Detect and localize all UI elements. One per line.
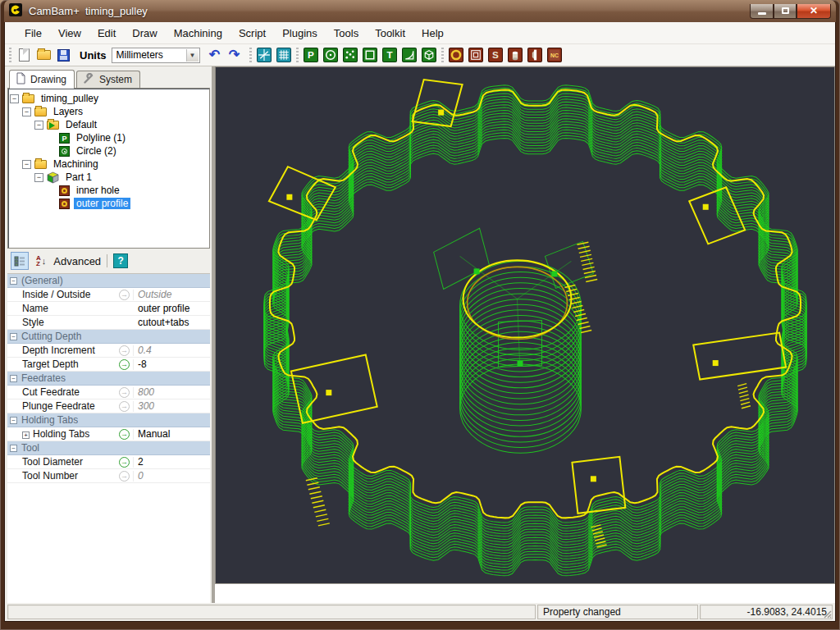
polyline-tool-icon[interactable]: P — [302, 46, 320, 64]
axis-icon[interactable] — [255, 46, 273, 64]
grid-icon[interactable] — [275, 46, 293, 64]
tree-collapse-icon[interactable]: − — [34, 121, 43, 130]
grid-row-depth-increment[interactable]: Depth Increment→0.4 — [7, 344, 210, 358]
tree-node-outer-profile[interactable]: outer profile — [10, 197, 208, 210]
value-set-icon[interactable]: → — [119, 359, 130, 370]
arc-tool-icon[interactable] — [400, 46, 418, 64]
maximize-button[interactable] — [774, 4, 797, 19]
menu-machining[interactable]: Machining — [166, 24, 231, 43]
tree-node-timing-pulley[interactable]: −timing_pulley — [10, 92, 208, 105]
surface-tool-icon[interactable] — [420, 46, 438, 64]
tree-node-inner-hole[interactable]: inner hole — [10, 184, 208, 197]
undo-icon[interactable]: ↶ — [206, 46, 224, 64]
property-value[interactable]: Manual — [134, 428, 210, 440]
toolbar-grip[interactable] — [249, 48, 252, 62]
menu-help[interactable]: Help — [413, 24, 452, 43]
menu-draw[interactable]: Draw — [124, 24, 165, 43]
property-value[interactable]: 0 — [134, 470, 210, 482]
advanced-button[interactable]: Advanced — [53, 255, 101, 267]
lathe-mop-icon[interactable] — [526, 46, 544, 64]
grid-section-holding-tabs[interactable]: −Holding Tabs — [7, 413, 210, 427]
title-bar[interactable]: CamBam+ timing_pulley ✕ — [4, 0, 836, 22]
close-button[interactable]: ✕ — [797, 4, 831, 19]
categorized-icon[interactable] — [11, 252, 29, 270]
tree-collapse-icon[interactable]: − — [34, 173, 43, 182]
value-default-icon[interactable]: → — [119, 401, 130, 412]
grid-row-target-depth[interactable]: Target Depth→-8 — [7, 358, 210, 372]
menu-plugins[interactable]: Plugins — [274, 24, 326, 43]
value-set-icon[interactable]: → — [119, 457, 130, 468]
tree-collapse-icon[interactable]: − — [22, 160, 31, 169]
tree-node-layers[interactable]: −Layers — [10, 105, 208, 118]
save-icon[interactable] — [54, 46, 72, 64]
grid-section-tool[interactable]: −Tool — [7, 441, 210, 455]
property-value[interactable]: cutout+tabs — [134, 317, 210, 328]
section-collapse-icon[interactable]: − — [10, 417, 17, 424]
menu-file[interactable]: File — [16, 24, 50, 43]
section-collapse-icon[interactable]: − — [10, 375, 17, 382]
section-collapse-icon[interactable]: − — [10, 333, 17, 340]
grid-row-tool-diameter[interactable]: Tool Diameter→2 — [7, 455, 210, 469]
value-set-icon[interactable]: → — [119, 429, 130, 440]
value-default-icon[interactable]: → — [119, 345, 130, 356]
grid-row-inside-outside[interactable]: Inside / Outside→Outside — [7, 288, 210, 302]
section-collapse-icon[interactable]: − — [10, 445, 17, 452]
text-tool-icon[interactable]: T — [381, 46, 399, 64]
property-value[interactable]: Outside — [134, 289, 210, 300]
menu-toolkit[interactable]: Toolkit — [367, 24, 413, 43]
property-value[interactable]: 300 — [134, 400, 210, 412]
grid-section-cutting-depth[interactable]: −Cutting Depth — [7, 330, 210, 344]
open-file-icon[interactable] — [34, 46, 52, 64]
grid-row-plunge-feedrate[interactable]: Plunge Feedrate→300 — [7, 399, 210, 413]
sort-az-icon[interactable]: AZ↓ — [34, 252, 48, 270]
engrave-mop-icon[interactable]: S — [486, 46, 504, 64]
value-default-icon[interactable]: → — [119, 290, 130, 300]
property-value[interactable]: -8 — [134, 358, 210, 370]
units-dropdown[interactable]: Millimeters ▼ — [112, 48, 200, 63]
pocket-mop-icon[interactable] — [467, 46, 485, 64]
menu-view[interactable]: View — [50, 24, 89, 43]
toolbar-grip[interactable] — [296, 48, 299, 62]
property-expand-icon[interactable]: + — [22, 431, 30, 439]
new-file-icon[interactable] — [15, 46, 33, 64]
tree-node-default[interactable]: −Default — [10, 118, 208, 131]
toolbar-grip[interactable] — [441, 48, 444, 62]
profile-mop-icon[interactable] — [447, 46, 465, 64]
value-default-icon[interactable]: → — [119, 387, 130, 398]
gcode-icon[interactable]: NC — [546, 46, 564, 64]
resize-grip-icon[interactable] — [824, 610, 832, 619]
rect-tool-icon[interactable] — [361, 46, 379, 64]
tree-node-part-1[interactable]: −Part 1 — [10, 171, 208, 184]
minimize-button[interactable] — [750, 4, 774, 19]
value-default-icon[interactable]: → — [119, 471, 130, 482]
points-tool-icon[interactable] — [341, 46, 359, 64]
tab-drawing[interactable]: Drawing — [9, 70, 75, 89]
menu-script[interactable]: Script — [231, 24, 274, 43]
tab-system[interactable]: System — [76, 71, 140, 88]
tree-collapse-icon[interactable]: − — [22, 107, 31, 116]
grid-row-tool-number[interactable]: Tool Number→0 — [7, 469, 210, 483]
grid-row-name[interactable]: Nameouter profile — [7, 302, 210, 316]
tree-node-polyline-1-[interactable]: PPolyline (1) — [10, 131, 208, 144]
tree-collapse-icon[interactable]: − — [10, 94, 19, 103]
property-value[interactable]: 800 — [134, 386, 210, 398]
drawing-tree[interactable]: −timing_pulley−Layers−DefaultPPolyline (… — [7, 88, 210, 249]
property-value[interactable]: 0.4 — [134, 345, 210, 356]
grid-section--general-[interactable]: −(General) — [7, 274, 210, 288]
grid-row-style[interactable]: Stylecutout+tabs — [7, 316, 210, 330]
redo-icon[interactable]: ↷ — [226, 46, 244, 64]
help-icon[interactable]: ? — [113, 253, 128, 268]
drill-mop-icon[interactable] — [506, 46, 524, 64]
grid-row-cut-feedrate[interactable]: Cut Feedrate→800 — [7, 386, 210, 399]
section-collapse-icon[interactable]: − — [10, 277, 17, 285]
tree-node-circle-2-[interactable]: Circle (2) — [10, 144, 208, 158]
grid-row-holding-tabs[interactable]: +Holding Tabs→Manual — [7, 427, 210, 441]
tree-node-machining[interactable]: −Machining — [10, 158, 208, 171]
property-value[interactable]: 2 — [134, 456, 210, 468]
viewport-canvas[interactable] — [215, 66, 835, 583]
toolbar-grip[interactable] — [9, 48, 11, 62]
menu-edit[interactable]: Edit — [89, 24, 124, 43]
grid-section-feedrates[interactable]: −Feedrates — [7, 372, 210, 386]
property-value[interactable]: outer profile — [134, 303, 210, 314]
menu-tools[interactable]: Tools — [326, 24, 367, 43]
